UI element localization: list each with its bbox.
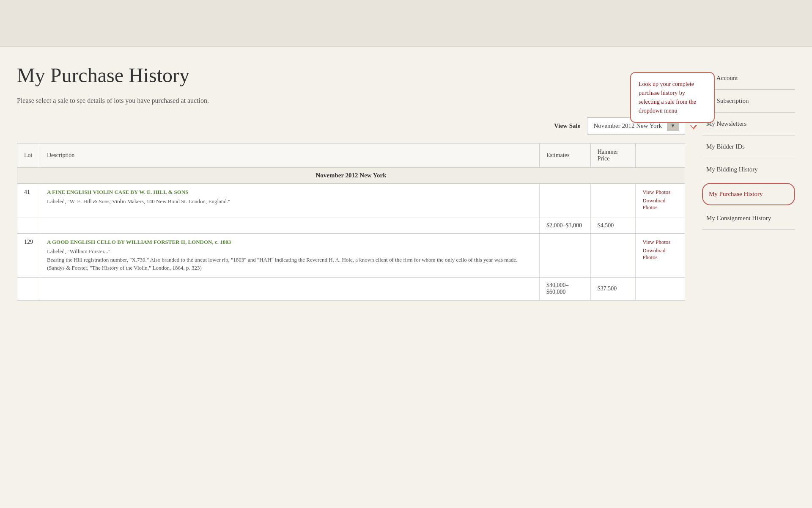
sidebar-link-my-subscription[interactable]: My Subscription (702, 90, 795, 112)
price-description-empty (40, 218, 540, 234)
lot-title-link[interactable]: A FINE ENGLISH VIOLIN CASE BY W. E. HILL… (47, 189, 532, 196)
table-header-row: Lot Description Estimates Hammer Price (17, 144, 685, 168)
sidebar-nav: My Account My Subscription My Newsletter… (702, 67, 795, 230)
lot-actions: View Photos Download Photos (636, 234, 685, 278)
lot-description-text: Labeled, "William Forster..."Bearing the… (47, 248, 518, 271)
selected-sale-value: November 2012 New York (593, 122, 662, 130)
page-subtitle: Please select a sale to see details of l… (17, 97, 685, 105)
price-row: $40,000–$60,000 $37,500 (17, 277, 685, 300)
sidebar-item-my-newsletters[interactable]: My Newsletters (702, 113, 795, 135)
sidebar-item-my-bidder-ids[interactable]: My Bidder IDs (702, 135, 795, 158)
lot-actions: View Photos Download Photos (636, 184, 685, 218)
download-photos-link[interactable]: Download Photos (642, 197, 678, 211)
sidebar-link-my-newsletters[interactable]: My Newsletters (702, 113, 795, 135)
col-lot: Lot (17, 144, 40, 168)
section-header-row: November 2012 New York (17, 168, 685, 184)
col-estimates: Estimates (539, 144, 590, 168)
lot-description-cell: A FINE ENGLISH VIOLIN CASE BY W. E. HILL… (40, 184, 540, 218)
download-photos-link[interactable]: Download Photos (642, 247, 678, 261)
lot1-estimate-value: $2,000–$3,000 (539, 218, 590, 234)
table-row: 41 A FINE ENGLISH VIOLIN CASE BY W. E. H… (17, 184, 685, 218)
price-lot-empty (17, 277, 40, 300)
price-row: $2,000–$3,000 $4,500 (17, 218, 685, 234)
price-actions-empty (636, 218, 685, 234)
sidebar-item-my-subscription[interactable]: My Subscription (702, 90, 795, 113)
sidebar-item-my-bidding-history[interactable]: My Bidding History (702, 158, 795, 181)
sidebar-link-my-consignment-history[interactable]: My Consignment History (702, 207, 795, 229)
lot-description-cell: A GOOD ENGLISH CELLO BY WILLIAM FORSTER … (40, 234, 540, 278)
price-description-empty (40, 277, 540, 300)
lot-hammer-price (590, 184, 636, 218)
price-actions-empty (636, 277, 685, 300)
view-sale-row: View Sale November 2012 New York ▼ (17, 117, 685, 135)
content-area: My Purchase History Please select a sale… (17, 64, 702, 301)
lot-title-link[interactable]: A GOOD ENGLISH CELLO BY WILLIAM FORSTER … (47, 239, 532, 246)
lot2-estimate-value: $40,000–$60,000 (539, 277, 590, 300)
top-bar (0, 0, 812, 47)
view-photos-link[interactable]: View Photos (642, 189, 678, 196)
lot-hammer-price (590, 234, 636, 278)
purchase-history-table: Lot Description Estimates Hammer Price N… (17, 144, 685, 300)
view-sale-label: View Sale (554, 122, 580, 130)
lot2-hammer-value: $37,500 (590, 277, 636, 300)
col-actions (636, 144, 685, 168)
lot-number: 41 (17, 184, 40, 218)
lot-description-text: Labeled, "W. E. Hill & Sons, Violin Make… (47, 198, 230, 204)
sidebar-item-my-consignment-history[interactable]: My Consignment History (702, 207, 795, 230)
tooltip-callout: Look up your complete purchase history b… (630, 72, 715, 123)
col-hammer-price: Hammer Price (590, 144, 636, 168)
sidebar-item-my-account[interactable]: My Account (702, 67, 795, 90)
lot1-hammer-value: $4,500 (590, 218, 636, 234)
sidebar-link-my-purchase-history[interactable]: My Purchase History (703, 184, 794, 204)
sidebar-link-my-account[interactable]: My Account (702, 67, 795, 89)
tooltip-text: Look up your complete purchase history b… (639, 81, 696, 114)
page-title: My Purchase History (17, 64, 685, 87)
price-lot-empty (17, 218, 40, 234)
sidebar: My Account My Subscription My Newsletter… (702, 64, 795, 301)
table-row: 129 A GOOD ENGLISH CELLO BY WILLIAM FORS… (17, 234, 685, 278)
sidebar-link-my-bidder-ids[interactable]: My Bidder IDs (702, 135, 795, 158)
sidebar-item-my-purchase-history[interactable]: My Purchase History (702, 183, 795, 205)
section-header-label: November 2012 New York (17, 168, 685, 184)
lot-estimates (539, 184, 590, 218)
col-description: Description (40, 144, 540, 168)
view-photos-link[interactable]: View Photos (642, 239, 678, 246)
purchase-history-table-container: Lot Description Estimates Hammer Price N… (17, 143, 685, 301)
lot-number: 129 (17, 234, 40, 278)
sidebar-link-my-bidding-history[interactable]: My Bidding History (702, 158, 795, 181)
lot-estimates (539, 234, 590, 278)
